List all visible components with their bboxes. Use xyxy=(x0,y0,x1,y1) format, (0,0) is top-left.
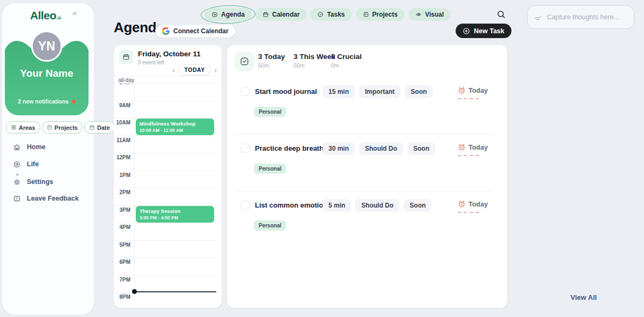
stat-crucial: 0 Crucial 0m xyxy=(331,53,362,69)
calendar-date: Friday, October 11 xyxy=(138,50,201,58)
areas-grid-icon xyxy=(11,124,17,130)
projects-icon xyxy=(363,11,369,18)
filter-projects-label: Projects xyxy=(55,124,78,131)
tasks-panel-icon xyxy=(235,51,254,71)
time-label: 6PM xyxy=(114,259,130,265)
stat-this-week-label: 3 This Week xyxy=(294,53,335,61)
stat-this-week-sub: 50m xyxy=(294,62,335,69)
gear-icon xyxy=(13,178,21,186)
time-label: 10AM xyxy=(114,120,130,126)
time-grid-divider xyxy=(134,76,135,301)
stat-crucial-label: 0 Crucial xyxy=(331,53,362,61)
notification-dot-icon xyxy=(72,100,76,104)
today-button[interactable]: TODAY xyxy=(179,64,211,75)
task-checkbox[interactable] xyxy=(240,144,250,153)
priority-pill[interactable]: Should Do xyxy=(359,142,403,155)
due-date-chip[interactable]: Today xyxy=(458,86,488,94)
alarm-clock-icon xyxy=(458,143,466,151)
check-square-icon xyxy=(239,56,250,67)
tab-tasks[interactable]: Tasks xyxy=(310,8,352,21)
tab-agenda[interactable]: Agenda xyxy=(204,8,252,21)
projects-kanban-icon xyxy=(47,124,53,130)
task-checkbox[interactable] xyxy=(240,87,250,96)
event-title: Therapy Session xyxy=(140,208,210,214)
due-date-chip[interactable]: Today xyxy=(458,200,488,208)
urgency-pill[interactable]: Soon xyxy=(405,85,433,98)
visual-eye-icon xyxy=(415,11,422,18)
new-task-label: New Task xyxy=(474,27,504,35)
capture-thoughts-box[interactable] xyxy=(527,5,634,29)
calendar-panel-icon xyxy=(119,50,133,64)
due-underline xyxy=(458,212,479,213)
task-row: List common emotions 5 min Should Do Soo… xyxy=(227,196,507,248)
next-day-icon[interactable]: › xyxy=(215,67,217,73)
sidebar-item-home[interactable]: Home xyxy=(13,141,46,153)
hour-line xyxy=(114,292,216,293)
time-label: 5PM xyxy=(114,242,130,248)
priority-pill[interactable]: Should Do xyxy=(355,199,399,212)
tab-projects[interactable]: Projects xyxy=(356,8,405,21)
sidebar-item-feedback[interactable]: Leave Feedback xyxy=(13,193,79,204)
task-tag-personal[interactable]: Personal xyxy=(254,164,286,174)
hour-line xyxy=(114,240,216,241)
task-title[interactable]: List common emotions xyxy=(255,201,331,209)
due-date-chip[interactable]: Today xyxy=(458,143,488,151)
alarm-clock-icon xyxy=(458,200,466,208)
feedback-icon xyxy=(13,195,21,203)
tab-visual-label: Visual xyxy=(425,11,444,18)
calendar-panel: Friday, October 11 0 event left ‹ TODAY … xyxy=(114,45,222,308)
connect-calendar-button[interactable]: Connect Calendar xyxy=(155,24,236,38)
due-date-label: Today xyxy=(469,87,488,94)
urgency-pill[interactable]: Soon xyxy=(407,142,435,155)
task-row: Start mood journal 15 min Important Soon… xyxy=(227,83,507,134)
tasks-check-icon xyxy=(317,11,324,18)
tasks-panel: 3 Today 50m 3 This Week 50m 0 Crucial 0m… xyxy=(227,45,507,308)
hour-line xyxy=(114,223,216,223)
sidebar-item-home-label: Home xyxy=(27,143,46,151)
time-label: 3PM xyxy=(114,207,130,213)
tab-projects-label: Projects xyxy=(372,11,398,18)
time-label: 1PM xyxy=(114,172,130,178)
life-indicator-dot xyxy=(17,174,18,175)
task-checkbox[interactable] xyxy=(240,201,250,210)
filter-projects[interactable]: Projects xyxy=(42,121,83,134)
agenda-icon xyxy=(211,11,218,18)
duration-pill[interactable]: 5 min xyxy=(323,199,351,212)
new-task-button[interactable]: New Task xyxy=(456,24,511,38)
filter-date[interactable]: Date xyxy=(84,121,115,134)
time-label: 9AM xyxy=(114,102,130,108)
sidebar-item-life[interactable]: Life xyxy=(13,158,39,170)
search-icon[interactable] xyxy=(496,10,506,19)
sidebar-filters: Areas Projects Date xyxy=(6,121,115,134)
capture-input[interactable] xyxy=(547,13,627,21)
current-time-dot xyxy=(132,289,137,294)
duration-pill[interactable]: 15 min xyxy=(323,85,355,98)
prev-day-icon[interactable]: ‹ xyxy=(172,67,174,73)
filter-areas[interactable]: Areas xyxy=(6,121,40,134)
event-time: 3:00 PM - 4:00 PM xyxy=(140,215,210,220)
task-tag-personal[interactable]: Personal xyxy=(254,107,286,117)
task-tag-personal[interactable]: Personal xyxy=(254,220,286,231)
app-logo: Alleo.ai xyxy=(30,9,61,22)
sidebar-item-life-label: Life xyxy=(27,160,39,168)
sidebar-collapse-icon[interactable]: « xyxy=(72,8,77,17)
sidebar-item-settings[interactable]: Settings xyxy=(13,176,53,188)
priority-pill[interactable]: Important xyxy=(359,85,400,98)
view-all-link[interactable]: View All xyxy=(570,293,597,301)
tab-calendar[interactable]: Calendar xyxy=(255,8,306,21)
hour-line xyxy=(114,153,216,153)
all-day-label: all-day xyxy=(114,77,134,83)
avatar[interactable]: YN xyxy=(31,31,62,62)
stat-today: 3 Today 50m xyxy=(258,53,285,69)
calendar-icon xyxy=(122,53,130,61)
urgency-pill[interactable]: Soon xyxy=(404,199,431,212)
tab-visual[interactable]: Visual xyxy=(408,8,451,21)
calendar-event-therapy[interactable]: Therapy Session 3:00 PM - 4:00 PM xyxy=(136,206,214,223)
duration-pill[interactable]: 30 min xyxy=(323,142,355,155)
due-date-label: Today xyxy=(469,144,488,151)
task-title[interactable]: Start mood journal xyxy=(255,87,317,95)
task-row: Practice deep breathing 30 min Should Do… xyxy=(227,139,507,191)
notifications-text[interactable]: 2 new notifications xyxy=(5,98,89,105)
time-label: 8PM xyxy=(114,294,130,300)
calendar-event-mindfulness[interactable]: Mindfulness Workshop 10:00 AM - 11:00 AM xyxy=(136,119,214,135)
